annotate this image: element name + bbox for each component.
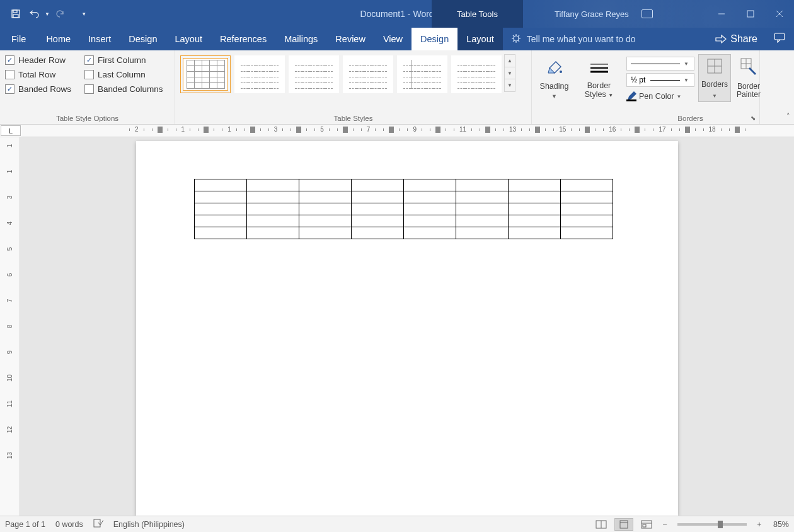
document-table[interactable]	[194, 179, 613, 239]
customize-qat[interactable]: ▾	[74, 4, 93, 23]
page	[136, 141, 678, 516]
zoom-slider[interactable]	[677, 523, 747, 526]
share-button[interactable]: Share	[715, 33, 757, 45]
ribbon: ✓Header Row ✓First Column Total Row Last…	[0, 50, 794, 125]
page-scroll[interactable]	[20, 137, 794, 516]
svg-point-17	[560, 71, 562, 73]
gallery-scroll-down[interactable]: ▼	[505, 67, 515, 80]
account-icon[interactable]	[642, 9, 653, 18]
svg-line-12	[513, 35, 514, 37]
table-style-4[interactable]	[343, 55, 393, 93]
border-painter-label: BorderPainter	[737, 82, 761, 99]
view-print-layout[interactable]	[614, 518, 633, 531]
tab-table-layout[interactable]: Layout	[457, 28, 503, 50]
check-banded-columns[interactable]: Banded Columns	[84, 84, 179, 94]
chevron-down-icon: ▼	[677, 94, 682, 99]
check-total-row-label: Total Row	[18, 70, 55, 79]
border-styles-icon	[588, 57, 611, 79]
tab-view[interactable]: View	[374, 28, 411, 50]
tell-me-placeholder: Tell me what you want to do	[527, 34, 636, 44]
svg-rect-4	[747, 11, 754, 17]
zoom-level[interactable]: 85%	[773, 520, 789, 529]
view-web-layout[interactable]	[637, 518, 656, 531]
pen-color-button[interactable]: Pen Color ▼	[626, 89, 694, 103]
pen-weight-value: ½ pt	[631, 76, 645, 84]
status-words[interactable]: 0 words	[55, 520, 83, 529]
undo-button[interactable]	[25, 4, 44, 23]
status-language[interactable]: English (Philippines)	[113, 520, 185, 529]
horizontal-ruler[interactable]: 2113579111315161718	[21, 125, 794, 137]
minimize-button[interactable]	[707, 4, 736, 23]
svg-rect-35	[643, 524, 646, 527]
status-page[interactable]: Page 1 of 1	[5, 520, 45, 529]
group-label-borders: Borders	[621, 115, 759, 122]
zoom-thumb[interactable]	[718, 521, 723, 528]
borders-dialog-launcher[interactable]: ⬊	[749, 113, 757, 122]
redo-button[interactable]	[50, 4, 69, 23]
check-first-column[interactable]: ✓First Column	[84, 55, 179, 65]
user-name[interactable]: Tiffany Grace Reyes	[555, 9, 629, 19]
check-total-row[interactable]: Total Row	[5, 70, 81, 79]
tab-references[interactable]: References	[211, 28, 275, 50]
table-style-1[interactable]	[180, 55, 231, 93]
svg-line-15	[518, 35, 519, 37]
group-shading: Shading ▼	[532, 50, 577, 124]
zoom-in-button[interactable]: +	[754, 520, 764, 529]
shading-label: Shading	[540, 82, 569, 91]
group-table-styles: ▲ ▼ ▼ Table Styles	[175, 50, 532, 124]
pen-weight-select[interactable]: ½ pt▼	[626, 73, 694, 87]
border-painter-button[interactable]: BorderPainter	[732, 54, 765, 102]
proofing-icon[interactable]	[93, 519, 103, 529]
tab-table-design[interactable]: Design	[411, 28, 457, 50]
border-styles-label: BorderStyles ▼	[585, 82, 613, 99]
tab-review[interactable]: Review	[326, 28, 374, 50]
group-label-tso: Table Style Options	[0, 115, 175, 122]
table-style-2[interactable]	[234, 55, 285, 93]
table-style-5[interactable]	[397, 55, 447, 93]
zoom-out-button[interactable]: −	[660, 520, 670, 529]
tab-mailings[interactable]: Mailings	[275, 28, 326, 50]
tab-layout[interactable]: Layout	[166, 28, 211, 50]
borders-button-label: Borders	[701, 80, 728, 89]
check-first-column-label: First Column	[98, 55, 146, 65]
svg-rect-16	[774, 33, 785, 40]
tab-selector[interactable]: L	[1, 125, 21, 136]
table-style-6[interactable]	[451, 55, 502, 93]
undo-dropdown[interactable]: ▼	[44, 4, 50, 23]
borders-button[interactable]: Borders ▼	[698, 54, 731, 102]
svg-rect-28	[94, 519, 100, 527]
view-read-mode[interactable]	[592, 518, 611, 531]
check-header-row[interactable]: ✓Header Row	[5, 55, 81, 65]
border-styles-button[interactable]: BorderStyles ▼	[582, 54, 616, 99]
check-header-row-label: Header Row	[18, 55, 66, 65]
gallery-more[interactable]: ▼	[505, 79, 515, 91]
svg-point-7	[514, 36, 519, 41]
tab-insert[interactable]: Insert	[79, 28, 120, 50]
check-banded-rows[interactable]: ✓Banded Rows	[5, 84, 81, 94]
ruler-row: L 2113579111315161718	[0, 125, 794, 137]
svg-rect-1	[13, 10, 17, 13]
pen-style-select[interactable]: ▼	[626, 57, 694, 71]
chevron-down-icon: ▼	[682, 61, 690, 67]
close-button[interactable]	[765, 4, 794, 23]
chevron-down-icon: ▼	[712, 93, 717, 99]
gallery-scroll-up[interactable]: ▲	[505, 55, 515, 67]
check-last-column-label: Last Column	[98, 70, 146, 79]
shading-button[interactable]: Shading ▼	[537, 54, 572, 99]
table-styles-scroller[interactable]: ▲ ▼ ▼	[504, 54, 515, 92]
tab-design[interactable]: Design	[120, 28, 166, 50]
table-style-3[interactable]	[289, 55, 339, 93]
document-title: Document1 - Word	[360, 9, 434, 19]
tell-me-search[interactable]: Tell me what you want to do	[503, 28, 707, 50]
save-button[interactable]	[6, 4, 25, 23]
collapse-ribbon-button[interactable]: ˄	[786, 112, 790, 120]
comments-button[interactable]	[774, 33, 785, 45]
tab-home[interactable]: Home	[37, 28, 79, 50]
table-tools-label: Table Tools	[457, 9, 498, 19]
vertical-ruler[interactable]: 11345678910111213	[0, 137, 20, 516]
check-last-column[interactable]: Last Column	[84, 70, 179, 79]
title-bar: ▼ ▾ Document1 - Word Table Tools Tiffany…	[0, 0, 794, 28]
user-area: Tiffany Grace Reyes	[523, 0, 794, 28]
tab-file[interactable]: File	[0, 28, 37, 50]
maximize-button[interactable]	[736, 4, 765, 23]
